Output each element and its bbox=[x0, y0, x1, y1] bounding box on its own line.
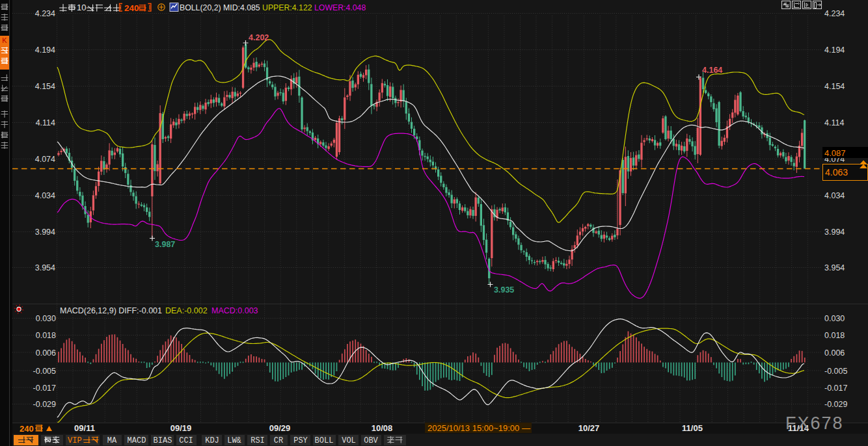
svg-text:4.074: 4.074 bbox=[35, 155, 55, 164]
svg-text:0.030: 0.030 bbox=[824, 314, 845, 323]
svg-text:MACD(26,12,9) DIFF:-0.001: MACD(26,12,9) DIFF:-0.001 bbox=[60, 306, 162, 315]
svg-text:VOL: VOL bbox=[342, 436, 356, 445]
svg-text:4.154: 4.154 bbox=[824, 82, 845, 91]
svg-text:4.194: 4.194 bbox=[824, 46, 845, 55]
svg-text:3.994: 3.994 bbox=[35, 228, 55, 237]
svg-text:3.935: 3.935 bbox=[494, 285, 514, 295]
svg-text:MACD:0.003: MACD:0.003 bbox=[211, 306, 258, 315]
svg-text:11/05: 11/05 bbox=[682, 423, 703, 433]
svg-text:4.164: 4.164 bbox=[702, 66, 722, 75]
svg-text:VIP: VIP bbox=[68, 436, 82, 445]
svg-text:2025/10/13 15:00~19:00 —: 2025/10/13 15:00~19:00 — bbox=[427, 423, 530, 433]
svg-text:240: 240 bbox=[124, 3, 139, 13]
svg-text:MA: MA bbox=[107, 436, 117, 445]
svg-text:09/11: 09/11 bbox=[74, 423, 95, 433]
svg-text:09/19: 09/19 bbox=[170, 423, 192, 433]
svg-text:-0.005: -0.005 bbox=[33, 367, 56, 376]
svg-text:4.114: 4.114 bbox=[36, 118, 55, 127]
svg-text:3.954: 3.954 bbox=[824, 263, 845, 272]
svg-text:10/27: 10/27 bbox=[578, 423, 600, 433]
svg-text:3.954: 3.954 bbox=[35, 263, 55, 272]
svg-text:RSI: RSI bbox=[251, 436, 265, 445]
svg-text:4.034: 4.034 bbox=[824, 191, 845, 200]
svg-text:4.114: 4.114 bbox=[824, 118, 844, 127]
svg-text:240: 240 bbox=[20, 424, 34, 434]
svg-text:3.987: 3.987 bbox=[155, 240, 175, 249]
svg-text:DEA:-0.002: DEA:-0.002 bbox=[165, 306, 208, 315]
svg-text:CCI: CCI bbox=[179, 436, 193, 445]
svg-text:-0.029: -0.029 bbox=[824, 400, 847, 409]
svg-text:CR: CR bbox=[274, 436, 283, 445]
svg-text:LW&: LW& bbox=[227, 436, 241, 445]
svg-text:MACD: MACD bbox=[128, 436, 146, 445]
svg-text:4.087: 4.087 bbox=[824, 148, 846, 158]
svg-text:LOWER:4.048: LOWER:4.048 bbox=[314, 3, 366, 12]
svg-text:0.006: 0.006 bbox=[824, 348, 845, 358]
svg-text:4.063: 4.063 bbox=[825, 167, 848, 177]
svg-text:10: 10 bbox=[77, 3, 86, 12]
svg-text:-0.017: -0.017 bbox=[824, 384, 847, 393]
svg-text:BOLL: BOLL bbox=[315, 436, 334, 445]
svg-text:PSY: PSY bbox=[293, 436, 308, 445]
svg-text:4.202: 4.202 bbox=[249, 33, 269, 42]
svg-text:0.018: 0.018 bbox=[36, 331, 56, 340]
svg-text:3.994: 3.994 bbox=[824, 228, 845, 237]
svg-text:0.018: 0.018 bbox=[824, 331, 845, 340]
svg-text:4.194: 4.194 bbox=[35, 46, 55, 55]
svg-text:BIAS: BIAS bbox=[154, 436, 172, 445]
svg-text:-0.017: -0.017 bbox=[33, 384, 56, 393]
svg-text:0.006: 0.006 bbox=[36, 348, 56, 358]
svg-text:4.234: 4.234 bbox=[35, 9, 55, 18]
svg-text:K: K bbox=[2, 36, 7, 44]
svg-text:-0.005: -0.005 bbox=[824, 367, 847, 376]
svg-text:0.030: 0.030 bbox=[36, 314, 56, 323]
svg-text:OBV: OBV bbox=[364, 436, 378, 445]
svg-text:-0.029: -0.029 bbox=[33, 400, 56, 409]
svg-text:UPPER:4.122: UPPER:4.122 bbox=[262, 3, 312, 12]
svg-text:10/08: 10/08 bbox=[372, 423, 393, 433]
svg-text:09/29: 09/29 bbox=[269, 423, 291, 433]
svg-text:BOLL(20,2) MID:4.085: BOLL(20,2) MID:4.085 bbox=[180, 3, 260, 12]
svg-text:4.154: 4.154 bbox=[35, 82, 55, 91]
svg-text:FX678: FX678 bbox=[785, 413, 844, 433]
svg-text:4.234: 4.234 bbox=[824, 9, 845, 18]
svg-text:KDJ: KDJ bbox=[205, 436, 219, 445]
svg-text:4.034: 4.034 bbox=[35, 191, 55, 200]
